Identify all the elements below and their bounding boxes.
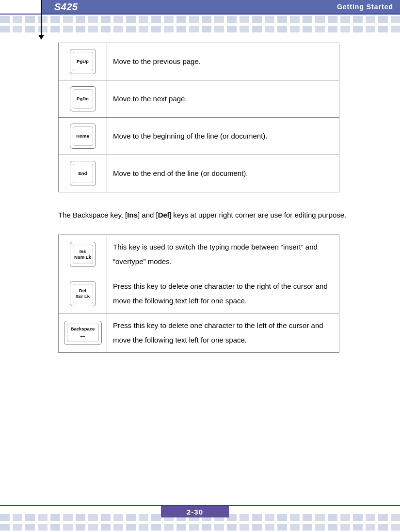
keycap-sublabel: Scr Lk — [76, 294, 90, 299]
table-row: InsNum LkThis key is used to switch the … — [59, 235, 339, 274]
keycap-cell: InsNum Lk — [59, 235, 107, 274]
keycap-icon: DelScr Lk — [70, 281, 96, 306]
edit-keys-table: InsNum LkThis key is used to switch the … — [58, 235, 339, 353]
keycap-icon: InsNum Lk — [70, 242, 96, 267]
arrow-down-icon — [41, 0, 42, 36]
keycap-icon: Backspace← — [64, 321, 102, 345]
keycap-cell: Backspace← — [59, 313, 107, 353]
nav-keys-table: PgUpMove to the previous page.PgDnMove t… — [58, 43, 339, 192]
key-description: This key is used to switch the typing mo… — [107, 235, 339, 274]
keycap-cell: Home — [59, 118, 107, 155]
key-description: Press this key to delete one character t… — [107, 313, 339, 353]
keycap-icon: PgDn — [70, 86, 96, 111]
model-label: S425 — [54, 1, 78, 13]
keycap-cell: PgUp — [59, 43, 107, 80]
keycap-label: Ins — [80, 249, 86, 254]
section-label: Getting Started — [337, 3, 393, 11]
key-description: Move to the previous page. — [107, 43, 339, 80]
key-description: Move to the next page. — [107, 80, 339, 118]
page-number: 2-30 — [161, 506, 229, 517]
keycap-label: Del — [79, 288, 86, 294]
keycap-label: Home — [76, 133, 89, 139]
key-description: Move to the end of the line (or document… — [107, 155, 339, 192]
table-row: PgDnMove to the next page. — [59, 80, 339, 118]
key-description: Move to the beginning of the line (or do… — [107, 118, 339, 155]
table-row: PgUpMove to the previous page. — [59, 43, 339, 80]
table-row: EndMove to the end of the line (or docum… — [59, 155, 339, 192]
keycap-icon: PgUp — [70, 49, 96, 74]
left-arrow-icon: ← — [79, 332, 87, 340]
keycap-label: End — [79, 171, 87, 176]
keycap-cell: PgDn — [59, 80, 107, 118]
keycap-icon: End — [70, 161, 96, 186]
page-content: PgUpMove to the previous page.PgDnMove t… — [58, 43, 376, 361]
paragraph-editkeys: The Backspace key, [Ins] and [Del] keys … — [58, 204, 378, 226]
table-row: Backspace←Press this key to delete one c… — [59, 313, 339, 353]
decorative-strip-top — [0, 15, 400, 34]
keycap-sublabel: Num Lk — [74, 254, 91, 260]
keycap-label: PgDn — [77, 96, 89, 102]
key-description: Press this key to delete one character t… — [107, 274, 339, 313]
keycap-cell: End — [59, 155, 107, 192]
keycap-icon: Home — [70, 124, 96, 149]
keycap-cell: DelScr Lk — [59, 274, 107, 313]
header-banner: S425 Getting Started — [41, 0, 400, 14]
table-row: HomeMove to the beginning of the line (o… — [59, 118, 339, 155]
keycap-label: Backspace — [71, 326, 95, 332]
table-row: DelScr LkPress this key to delete one ch… — [59, 274, 339, 313]
keycap-label: PgUp — [77, 59, 89, 64]
